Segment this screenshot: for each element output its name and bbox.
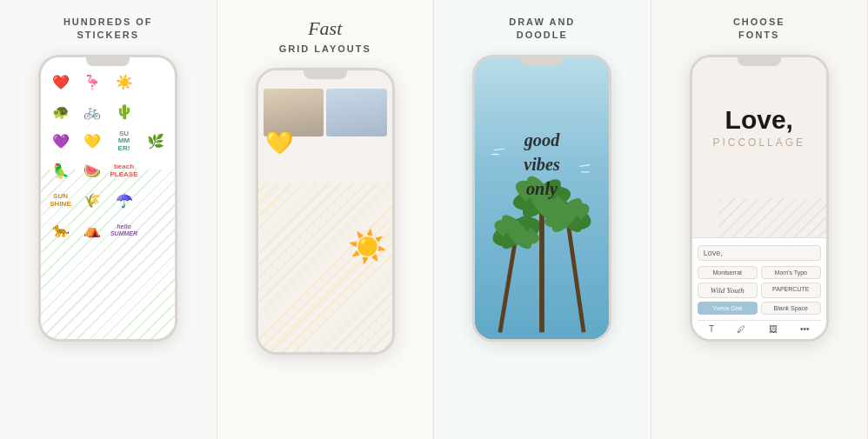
phone-fonts: Love, PICCOLLAGE Love, Montserrat Mom's …: [690, 55, 829, 342]
phone-grid: 💛: [256, 68, 395, 355]
sticker-flamingo: 🦩: [78, 70, 107, 96]
sticker-turtle: 🐢: [46, 99, 75, 125]
panel-grid: Fast GRID LAYOUTS 💛: [217, 0, 435, 439]
sticker-empty1: [142, 70, 170, 96]
sticker-umbrella: ☂️: [110, 188, 138, 214]
sticker-beach-text: beachPLEASE: [110, 158, 138, 184]
stripe-background-2: [258, 183, 392, 352]
sun-sticker: ☀️: [348, 229, 387, 265]
svg-line-20: [580, 164, 591, 166]
svg-text:good: good: [524, 130, 560, 150]
sticker-bike: 🚲: [78, 99, 107, 125]
sticker-empty5: [142, 217, 170, 243]
panel-draw-title: DRAW AND DOODLE: [509, 16, 575, 43]
font-tool-color[interactable]: 🖊: [737, 324, 745, 334]
svg-text:only: only: [526, 178, 558, 198]
sticker-empty4: [142, 188, 170, 214]
sticker-sunshine-text: SUNSHINE: [46, 188, 75, 214]
phone-notch-2: [304, 70, 347, 79]
sticker-empty3: [142, 158, 170, 184]
sticker-heart3: 💛: [78, 129, 107, 155]
doodle-text-overlay: good vibes only: [475, 118, 609, 223]
sticker-hello-text: helloSUMMER: [110, 217, 138, 243]
heart-gold-sticker: 💛: [265, 130, 293, 156]
sticker-tent: ⛺: [78, 217, 107, 243]
font-option-blank-space[interactable]: Blank Space: [761, 302, 821, 315]
panel-stickers: HUNDREDS OF STICKERS ❤️ 🦩 ☀️ 🐢 🚲 🌵 💜 💛: [0, 0, 217, 439]
font-option-wild-youth[interactable]: Wild Youth: [698, 283, 758, 298]
sticker-plant: 🌾: [78, 188, 107, 214]
sticker-heart2: 💜: [46, 129, 75, 155]
phone-notch-4: [738, 57, 781, 66]
sticker-cactus: 🌵: [110, 99, 138, 125]
sticker-leaves: 🌿: [142, 129, 170, 155]
sticker-heart: ❤️: [46, 70, 75, 96]
font-option-yveva-one[interactable]: Yveva One: [698, 302, 758, 315]
font-option-montserrat[interactable]: Montserrat: [698, 266, 758, 279]
sticker-summer-text: SUMMER!: [110, 129, 138, 155]
sticker-empty2: [142, 99, 170, 125]
phone-notch-3: [520, 57, 564, 66]
font-picker-panel: Love, Montserrat Mom's Typo Wild Youth P…: [692, 237, 826, 339]
svg-text:vibes: vibes: [524, 155, 560, 174]
font-toolbar: T 🖊 🖼 •••: [698, 320, 821, 334]
font-preview-main: Love,: [692, 105, 826, 135]
font-tool-text[interactable]: T: [709, 324, 714, 334]
font-tool-more[interactable]: •••: [800, 324, 810, 334]
font-option-moms-typo[interactable]: Mom's Typo: [761, 266, 821, 279]
font-tool-image[interactable]: 🖼: [769, 324, 778, 334]
photo-people-beach: [326, 89, 387, 136]
font-preview-brand: PICCOLLAGE: [692, 136, 826, 149]
font-preview-area: Love, PICCOLLAGE: [692, 105, 826, 149]
panel-fonts-title: CHOOSE FONTS: [733, 16, 785, 43]
sticker-leopard: 🐆: [46, 217, 75, 243]
font-option-papercute[interactable]: PAPERCUTE: [761, 283, 821, 298]
font-options-grid: Montserrat Mom's Typo Wild Youth PAPERCU…: [698, 266, 821, 315]
font-input[interactable]: Love,: [698, 245, 821, 261]
panel-draw: DRAW AND DOODLE: [434, 0, 651, 439]
phone-stickers: ❤️ 🦩 ☀️ 🐢 🚲 🌵 💜 💛 SUMMER! 🌿 🦜 🍉: [38, 55, 177, 342]
phone-notch-1: [86, 57, 130, 66]
panel-stickers-title: HUNDREDS OF STICKERS: [63, 16, 153, 43]
stickers-grid: ❤️ 🦩 ☀️ 🐢 🚲 🌵 💜 💛 SUMMER! 🌿 🦜 🍉: [41, 57, 175, 249]
svg-line-5: [567, 216, 584, 333]
sticker-bird: 🦜: [46, 158, 75, 184]
panel-grid-title: Fast GRID LAYOUTS: [279, 16, 371, 56]
phone-draw: good vibes only: [472, 55, 611, 342]
panel-fonts: CHOOSE FONTS Love, PICCOLLAGE Love, Mont…: [651, 0, 869, 439]
sticker-watermelon: 🍉: [78, 158, 107, 184]
sticker-sun: ☀️: [110, 70, 138, 96]
svg-line-18: [494, 149, 504, 150]
